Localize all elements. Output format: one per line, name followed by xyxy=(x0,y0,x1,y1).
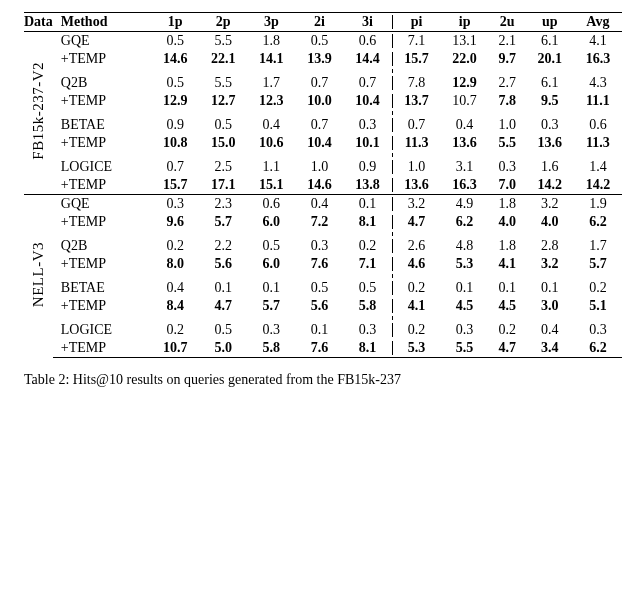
value-cell: 4.0 xyxy=(526,213,574,231)
value-cell: 5.1 xyxy=(574,297,622,315)
value-cell: 0.5 xyxy=(151,32,199,51)
method-cell: +TEMP xyxy=(53,255,151,273)
value-cell: 5.7 xyxy=(247,297,295,315)
method-cell: GQE xyxy=(53,32,151,51)
value-cell: 13.9 xyxy=(295,50,343,68)
table-row: +TEMP8.44.75.75.65.84.14.54.53.05.1 xyxy=(24,297,622,315)
value-cell: 0.2 xyxy=(151,321,199,339)
value-cell: 8.1 xyxy=(343,339,391,358)
value-cell: 13.7 xyxy=(393,92,441,110)
value-cell: 0.1 xyxy=(526,279,574,297)
value-cell: 2.5 xyxy=(199,158,247,176)
value-cell: 14.4 xyxy=(343,50,391,68)
value-cell: 0.7 xyxy=(393,116,441,134)
value-cell: 0.3 xyxy=(441,321,489,339)
value-cell: 3.2 xyxy=(526,255,574,273)
dataset-label: NELL-V3 xyxy=(24,195,53,358)
method-cell: BETAE xyxy=(53,116,151,134)
value-cell: 15.7 xyxy=(151,176,199,195)
value-cell: 3.0 xyxy=(526,297,574,315)
value-cell: 14.2 xyxy=(574,176,622,195)
value-cell: 5.5 xyxy=(199,74,247,92)
value-cell: 0.2 xyxy=(574,279,622,297)
value-cell: 0.5 xyxy=(199,321,247,339)
value-cell: 12.9 xyxy=(441,74,489,92)
method-cell: BETAE xyxy=(53,279,151,297)
value-cell: 11.1 xyxy=(574,92,622,110)
value-cell: 17.1 xyxy=(199,176,247,195)
value-cell: 11.3 xyxy=(393,134,441,152)
column-separator xyxy=(392,237,393,255)
value-cell: 1.8 xyxy=(247,32,295,51)
value-cell: 9.7 xyxy=(489,50,526,68)
method-cell: LOGICE xyxy=(53,158,151,176)
method-cell: +TEMP xyxy=(53,213,151,231)
table-row: +TEMP10.75.05.87.68.15.35.54.73.46.2 xyxy=(24,339,622,358)
table-row: BETAE0.40.10.10.50.50.20.10.10.10.2 xyxy=(24,279,622,297)
value-cell: 7.8 xyxy=(393,74,441,92)
value-cell: 10.1 xyxy=(343,134,391,152)
header-col: pi xyxy=(393,13,441,32)
value-cell: 2.2 xyxy=(199,237,247,255)
value-cell: 12.9 xyxy=(151,92,199,110)
value-cell: 10.7 xyxy=(151,339,199,358)
column-separator xyxy=(392,158,393,176)
value-cell: 9.5 xyxy=(526,92,574,110)
value-cell: 6.0 xyxy=(247,255,295,273)
table-row: FB15k-237-V2GQE0.55.51.80.50.67.113.12.1… xyxy=(24,32,622,51)
value-cell: 0.1 xyxy=(247,279,295,297)
value-cell: 0.5 xyxy=(247,237,295,255)
column-separator xyxy=(392,32,393,51)
value-cell: 14.6 xyxy=(151,50,199,68)
value-cell: 0.4 xyxy=(526,321,574,339)
value-cell: 0.5 xyxy=(343,279,391,297)
method-cell: +TEMP xyxy=(53,339,151,358)
value-cell: 0.3 xyxy=(295,237,343,255)
value-cell: 2.3 xyxy=(199,195,247,214)
value-cell: 0.3 xyxy=(526,116,574,134)
table-row: +TEMP8.05.66.07.67.14.65.34.13.25.7 xyxy=(24,255,622,273)
value-cell: 4.7 xyxy=(393,213,441,231)
value-cell: 10.0 xyxy=(295,92,343,110)
table-row: +TEMP14.622.114.113.914.415.722.09.720.1… xyxy=(24,50,622,68)
value-cell: 0.9 xyxy=(343,158,391,176)
value-cell: 1.7 xyxy=(574,237,622,255)
header-col: 3p xyxy=(247,13,295,32)
header-method: Method xyxy=(53,13,151,32)
value-cell: 0.6 xyxy=(247,195,295,214)
value-cell: 0.6 xyxy=(574,116,622,134)
value-cell: 22.1 xyxy=(199,50,247,68)
value-cell: 0.2 xyxy=(489,321,526,339)
value-cell: 9.6 xyxy=(151,213,199,231)
value-cell: 10.4 xyxy=(295,134,343,152)
value-cell: 0.5 xyxy=(295,279,343,297)
value-cell: 13.6 xyxy=(393,176,441,195)
value-cell: 0.7 xyxy=(295,116,343,134)
value-cell: 7.1 xyxy=(343,255,391,273)
table-row: +TEMP12.912.712.310.010.413.710.77.89.51… xyxy=(24,92,622,110)
value-cell: 5.5 xyxy=(489,134,526,152)
table-row: Q2B0.22.20.50.30.22.64.81.82.81.7 xyxy=(24,237,622,255)
table-header-row: Data Method 1p 2p 3p 2i 3i pi ip 2u up A… xyxy=(24,13,622,32)
value-cell: 4.0 xyxy=(489,213,526,231)
column-separator xyxy=(392,279,393,297)
value-cell: 0.1 xyxy=(199,279,247,297)
value-cell: 0.2 xyxy=(343,237,391,255)
dataset-label: FB15k-237-V2 xyxy=(24,32,53,195)
value-cell: 5.5 xyxy=(441,339,489,358)
value-cell: 0.3 xyxy=(574,321,622,339)
value-cell: 2.6 xyxy=(393,237,441,255)
value-cell: 6.1 xyxy=(526,74,574,92)
column-separator xyxy=(392,213,393,231)
value-cell: 5.3 xyxy=(441,255,489,273)
column-separator xyxy=(392,176,393,195)
value-cell: 4.5 xyxy=(489,297,526,315)
method-cell: +TEMP xyxy=(53,92,151,110)
value-cell: 7.6 xyxy=(295,255,343,273)
value-cell: 12.3 xyxy=(247,92,295,110)
value-cell: 0.2 xyxy=(151,237,199,255)
value-cell: 12.7 xyxy=(199,92,247,110)
value-cell: 4.9 xyxy=(441,195,489,214)
value-cell: 4.6 xyxy=(393,255,441,273)
value-cell: 6.1 xyxy=(526,32,574,51)
